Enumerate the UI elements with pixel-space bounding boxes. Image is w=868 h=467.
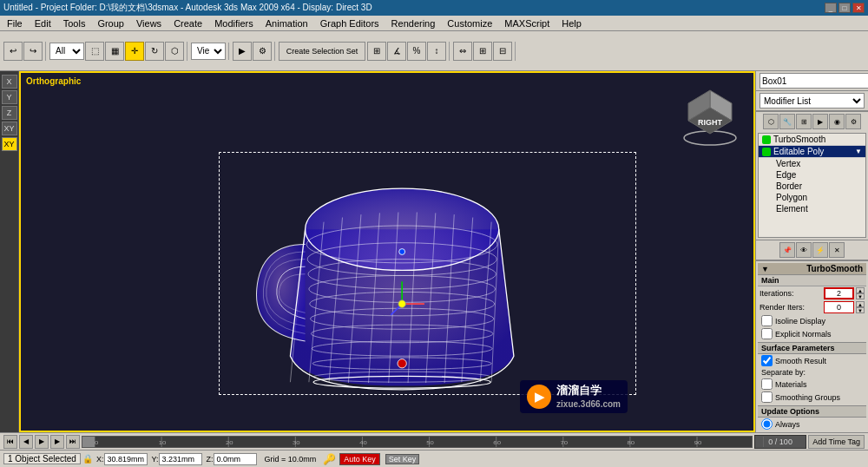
menu-item-file[interactable]: File	[2, 17, 28, 30]
object-name-input[interactable]	[760, 73, 868, 89]
axis-z-button[interactable]: Z	[2, 106, 17, 120]
modifier-sub-border[interactable]: Border	[759, 181, 865, 192]
ts-renderiters-up[interactable]: ▲	[856, 301, 865, 307]
modifier-sub-edge[interactable]: Edge	[759, 169, 865, 181]
move-button[interactable]: ✛	[125, 42, 144, 61]
menu-item-modifiers[interactable]: Modifiers	[209, 17, 259, 30]
ts-iterations-up[interactable]: ▲	[856, 287, 865, 293]
ts-explicit-label: Explicit Normals	[775, 330, 832, 339]
pin-stack-button[interactable]: 📌	[779, 242, 795, 258]
axis-xy-button[interactable]: XY	[2, 122, 17, 135]
utilities-icon-button[interactable]: ⚙	[845, 114, 861, 129]
align-button[interactable]: ⊟	[493, 42, 512, 61]
select-dropdown[interactable]: All	[49, 43, 84, 60]
ts-isoline-checkbox[interactable]	[761, 315, 773, 326]
main-area: X Y Z XY XY Orthographic RIGHT	[0, 71, 868, 432]
next-frame-button[interactable]: ▶	[50, 435, 64, 449]
ts-explicit-checkbox[interactable]	[761, 328, 773, 339]
display-icon-button[interactable]: ◉	[829, 114, 845, 129]
modifier-editablepoly[interactable]: Editable Poly ▼	[759, 146, 865, 158]
select-object-button[interactable]: ⬚	[85, 42, 104, 61]
go-to-end-button[interactable]: ⏭	[66, 435, 80, 449]
ts-smooth-result-checkbox[interactable]	[761, 355, 773, 366]
add-time-tag-button[interactable]: Add Time Tag	[808, 435, 865, 449]
watermark-logo-icon: ▶	[535, 390, 544, 404]
scale-button[interactable]: ⬡	[165, 42, 184, 61]
modifier-sub-element[interactable]: Element	[759, 203, 865, 214]
ts-iterations-down[interactable]: ▼	[856, 293, 865, 299]
maximize-button[interactable]: □	[838, 3, 851, 13]
prev-frame-button[interactable]: ◀	[19, 435, 33, 449]
ts-always-row: Always	[758, 418, 866, 431]
timeline-track[interactable]: 0 10 20 30 40 50 60 70 80 90	[82, 436, 753, 448]
spinner-snap-button[interactable]: ↕	[427, 42, 446, 61]
close-button[interactable]: ✕	[852, 3, 865, 13]
ts-always-radio[interactable]	[761, 418, 773, 430]
watermark: ▶ 溜溜自学 zixue.3d66.com	[520, 380, 628, 413]
modifier-icon-button[interactable]: 🔧	[779, 114, 795, 129]
ts-smooth-result-label: Smooth Result	[775, 357, 826, 365]
menu-item-maxscript[interactable]: MAXScript	[499, 17, 555, 30]
timeline-thumb[interactable]	[82, 437, 95, 447]
modifier-list-dropdown[interactable]: Modifier List	[760, 93, 865, 109]
coord-x-input[interactable]	[104, 453, 148, 465]
menu-item-edit[interactable]: Edit	[30, 17, 56, 30]
menu-item-customize[interactable]: Customize	[442, 17, 497, 30]
ts-smoothgroups-row: Smoothing Groups	[758, 391, 866, 404]
menu-item-group[interactable]: Group	[92, 17, 129, 30]
coord-x-label: X:	[96, 455, 104, 464]
rotate-button[interactable]: ↻	[145, 42, 164, 61]
modifier-sub-vertex[interactable]: Vertex	[759, 158, 865, 169]
select-region-button[interactable]: ▦	[105, 42, 124, 61]
render-button[interactable]: ▶	[233, 42, 252, 61]
array-button[interactable]: ⊞	[473, 42, 492, 61]
menu-item-animation[interactable]: Animation	[260, 17, 313, 30]
snap-toggle[interactable]: ⊞	[367, 42, 386, 61]
render-settings-button[interactable]: ⚙	[253, 42, 272, 61]
coord-z-input[interactable]	[214, 453, 257, 465]
render-group: ▶ ⚙	[233, 42, 275, 61]
minimize-button[interactable]: _	[825, 3, 837, 13]
coord-y-input[interactable]	[159, 453, 202, 465]
ts-isoline-row: Isoline Display	[758, 314, 866, 327]
modifier-turbosmooth[interactable]: TurboSmooth	[759, 134, 865, 146]
motion-icon-button[interactable]: ▶	[812, 114, 828, 129]
angle-snap-button[interactable]: ∡	[387, 42, 406, 61]
ts-iterations-input[interactable]	[824, 287, 854, 299]
coord-y-field: Y:	[151, 453, 202, 465]
view-dropdown[interactable]: View	[191, 43, 226, 60]
axis-xy-active-button[interactable]: XY	[2, 137, 17, 151]
percent-snap-button[interactable]: %	[407, 42, 426, 61]
autokey-badge[interactable]: Auto Key	[339, 453, 380, 465]
hierarchy-icon-button[interactable]: ⊞	[796, 114, 812, 129]
remove-modifier-button[interactable]: ✕	[829, 242, 845, 258]
ts-materials-checkbox[interactable]	[761, 378, 773, 390]
ts-renderiters-down[interactable]: ▼	[856, 307, 865, 313]
menu-item-graph-editors[interactable]: Graph Editors	[315, 17, 385, 30]
ts-renderiters-input[interactable]	[824, 301, 854, 313]
menu-item-tools[interactable]: Tools	[58, 17, 91, 30]
modifier-sub-polygon[interactable]: Polygon	[759, 192, 865, 203]
selection-filter[interactable]: Create Selection Set	[279, 42, 365, 61]
shape-icon-button[interactable]: ⬡	[763, 114, 779, 129]
title-bar: Untitled - Project Folder: D:\我的文档\3dsma…	[0, 0, 868, 16]
unique-button[interactable]: ⚡	[812, 242, 828, 258]
menu-item-create[interactable]: Create	[168, 17, 207, 30]
setkey-badge[interactable]: Set Key	[385, 454, 420, 464]
axis-y-button[interactable]: Y	[2, 90, 17, 104]
go-to-start-button[interactable]: ⏮	[3, 435, 17, 449]
redo-button[interactable]: ↪	[23, 42, 43, 61]
undo-button[interactable]: ↩	[3, 42, 23, 61]
viewport[interactable]: Orthographic RIGHT	[19, 71, 755, 432]
menu-item-rendering[interactable]: Rendering	[386, 17, 441, 30]
ts-smoothgroups-checkbox[interactable]	[761, 391, 773, 403]
menu-item-help[interactable]: Help	[556, 17, 587, 30]
menu-item-views[interactable]: Views	[131, 17, 167, 30]
title-text: Untitled - Project Folder: D:\我的文档\3dsma…	[3, 2, 825, 14]
timeline-area: ⏮ ◀ ▶ ▶ ⏭ 0 10 20 30 40 5	[0, 432, 868, 450]
play-button[interactable]: ▶	[35, 435, 49, 449]
show-all-button[interactable]: 👁	[796, 242, 812, 258]
mirror-button[interactable]: ⇔	[453, 42, 472, 61]
axis-x-button[interactable]: X	[2, 75, 17, 89]
panel-icons: ⬡ 🔧 ⊞ ▶ ◉ ⚙	[756, 111, 868, 131]
